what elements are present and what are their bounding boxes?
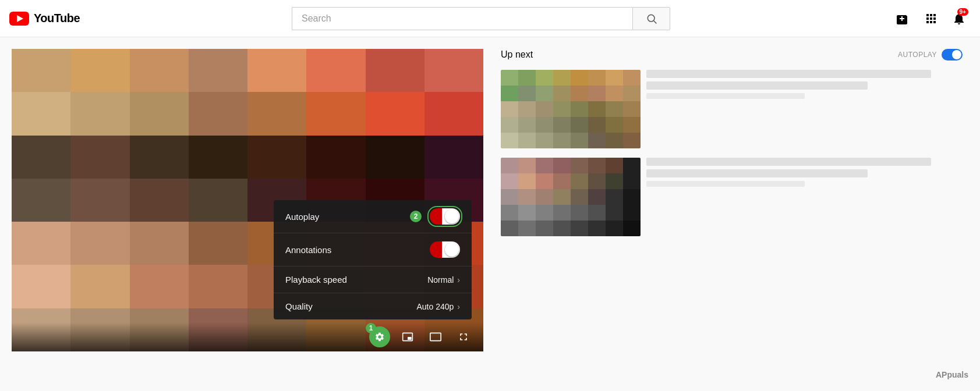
theater-button[interactable] xyxy=(425,326,446,347)
autoplay-value: 2 xyxy=(410,208,460,225)
annotations-label: Annotations xyxy=(285,245,331,255)
svg-rect-5 xyxy=(408,337,412,340)
video-thumb-1 xyxy=(501,70,641,148)
video-title-bar-4 xyxy=(646,169,868,177)
up-next-header: Up next AUTOPLAY xyxy=(501,49,963,61)
autoplay-sidebar-label: AUTOPLAY xyxy=(898,51,937,59)
main-content: Autoplay 2 Annotations xyxy=(0,37,980,351)
up-next-title: Up next xyxy=(501,49,533,60)
theater-icon xyxy=(430,331,441,343)
settings-annotations-row[interactable]: Annotations xyxy=(274,233,472,266)
notifications-button[interactable]: 9+ xyxy=(947,7,971,30)
quality-chevron: › xyxy=(457,302,460,311)
video-player: Autoplay 2 Annotations xyxy=(12,49,483,351)
settings-button[interactable]: 1 xyxy=(369,326,390,347)
video-meta-2 xyxy=(646,181,805,187)
youtube-logo-icon xyxy=(9,12,29,26)
playback-speed-value: Normal › xyxy=(427,275,460,285)
quality-current: Auto 240p xyxy=(416,302,454,311)
video-meta-1 xyxy=(646,93,805,99)
youtube-logo-text: YouTube xyxy=(34,12,80,25)
search-button[interactable] xyxy=(632,7,670,30)
search-icon xyxy=(646,13,657,24)
annotations-toggle[interactable] xyxy=(430,241,460,258)
gear-icon xyxy=(374,332,385,342)
video-card-2[interactable] xyxy=(501,158,963,236)
youtube-logo[interactable]: YouTube xyxy=(9,12,80,26)
step1-badge: 1 xyxy=(366,323,376,333)
sidebar: Up next AUTOPLAY xyxy=(495,49,968,351)
svg-rect-6 xyxy=(430,333,441,340)
miniplayer-icon xyxy=(402,331,413,343)
autoplay-knob xyxy=(445,209,459,223)
video-section: Autoplay 2 Annotations xyxy=(12,49,483,351)
video-thumb-2 xyxy=(501,158,641,236)
search-input[interactable] xyxy=(292,7,632,30)
watermark: APpuals xyxy=(936,370,968,379)
step2-badge: 2 xyxy=(410,211,422,222)
video-controls: 1 xyxy=(12,322,483,351)
autoplay-controls: AUTOPLAY xyxy=(898,49,963,61)
playback-speed-chevron: › xyxy=(457,275,460,285)
settings-playback-speed-row[interactable]: Playback speed Normal › xyxy=(274,266,472,293)
svg-line-3 xyxy=(653,20,656,23)
quality-value: Auto 240p › xyxy=(416,302,460,311)
search-area xyxy=(292,7,670,30)
video-title-bar-3 xyxy=(646,158,931,166)
video-info-1 xyxy=(646,70,963,148)
settings-popup: Autoplay 2 Annotations xyxy=(274,200,472,319)
settings-autoplay-row[interactable]: Autoplay 2 xyxy=(274,200,472,233)
video-title-bar-1 xyxy=(646,70,931,78)
autoplay-toggle[interactable] xyxy=(430,208,460,225)
playback-speed-current: Normal xyxy=(427,275,454,285)
apps-icon xyxy=(924,12,938,26)
miniplayer-button[interactable] xyxy=(397,326,418,347)
playback-speed-label: Playback speed xyxy=(285,275,347,285)
autoplay-sidebar-toggle[interactable] xyxy=(942,49,963,61)
video-title-bar-2 xyxy=(646,81,868,90)
quality-label: Quality xyxy=(285,301,313,311)
autoplay-label: Autoplay xyxy=(285,212,319,222)
header: YouTube 9+ xyxy=(0,0,980,37)
video-card-1[interactable] xyxy=(501,70,963,148)
annotations-value xyxy=(430,241,460,258)
autoplay-sidebar-knob xyxy=(952,50,961,59)
create-button[interactable] xyxy=(891,7,915,30)
settings-quality-row[interactable]: Quality Auto 240p › xyxy=(274,293,472,319)
svg-point-2 xyxy=(648,15,654,22)
fullscreen-button[interactable] xyxy=(453,326,474,347)
create-icon xyxy=(896,12,910,26)
fullscreen-icon xyxy=(458,331,469,343)
apps-button[interactable] xyxy=(919,7,943,30)
header-actions: 9+ xyxy=(891,7,971,30)
autoplay-toggle-wrapper xyxy=(430,208,460,225)
notification-badge: 9+ xyxy=(957,8,968,16)
annotations-knob xyxy=(445,243,459,257)
video-info-2 xyxy=(646,158,963,236)
